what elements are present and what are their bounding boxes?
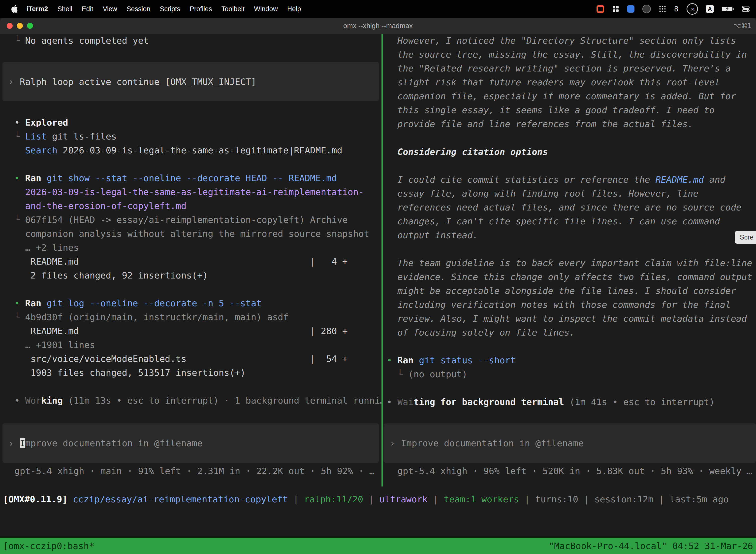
gauge-badge-value: .61 [687, 3, 698, 15]
menu-item-profiles[interactable]: Profiles [185, 5, 217, 13]
input-source-icon[interactable]: A [706, 5, 714, 13]
terminal-line [0, 282, 381, 296]
menu-item-session[interactable]: Session [122, 5, 155, 13]
menu-bar-status-icons: 8 .61 A [596, 3, 750, 15]
terminal-line [383, 242, 756, 256]
control-center-icon[interactable] [742, 6, 750, 12]
left-scrollback: • Explored└ List git ls-files Search 202… [0, 116, 381, 407]
terminal-line: including verification notes with those … [383, 298, 756, 312]
terminal-line: Considering citation options [383, 145, 756, 159]
window-title-bar: omx --xhigh --madmax ⌥⌘1 [0, 18, 756, 34]
terminal-line: provide file and line references from th… [383, 117, 756, 131]
terminal-line: • Ran git show --stat --oneline --decora… [0, 171, 381, 185]
terminal-line: [OMX#0.11.9] cczip/essay/ai-reimplementa… [0, 492, 756, 506]
left-pane: └ No agents completed yet › Ralph loop a… [0, 34, 381, 487]
terminal-line: However, I noticed the "Directory Struct… [383, 34, 756, 48]
terminal-line: this single essay, it seems like a good … [383, 103, 756, 117]
right-prompt-input[interactable]: › Improve documentation in @filename [384, 424, 756, 463]
menu-bar-left: iTerm2 Shell Edit View Session Scripts P… [11, 5, 306, 13]
terminal-line: README.md | 4 + [0, 255, 381, 269]
screen-recording-icon[interactable] [596, 5, 604, 13]
window-grid-icon[interactable] [612, 5, 619, 12]
input-prompt-chevron: › [8, 438, 14, 448]
menu-item-edit[interactable]: Edit [77, 5, 98, 13]
terminal-line: • Working (11m 13s • esc to interrupt) ·… [0, 394, 381, 407]
battery-icon[interactable] [722, 6, 734, 12]
screen-share-overlay[interactable]: Scre [735, 231, 756, 244]
dots-grid-icon[interactable] [659, 5, 666, 13]
gauge-badge-icon[interactable]: .61 [687, 3, 698, 15]
window-shortcut-badge: ⌥⌘1 [734, 22, 752, 30]
left-prompt-input[interactable]: › I mprove documentation in @filename [2, 424, 379, 463]
menu-item-window[interactable]: Window [249, 5, 282, 13]
terminal-line: and-the-erosion-of-copyleft.md [0, 199, 381, 213]
tmux-session-label: [omx-cczip0:bash* [3, 541, 94, 551]
eight-key-icon[interactable]: 8 [674, 5, 679, 13]
menu-item-shell[interactable]: Shell [53, 5, 77, 13]
terminal-line: 2 files changed, 92 insertions(+) [0, 269, 381, 282]
terminal-line: └ No agents completed yet [0, 34, 381, 48]
terminal-line: Search 2026-03-09-is-legal-the-same-as-l… [0, 144, 381, 157]
traffic-lights [0, 23, 33, 29]
window-title: omx --xhigh --madmax [0, 22, 756, 30]
terminal-line: … +1901 lines [0, 338, 381, 352]
zoom-button[interactable] [27, 23, 33, 29]
right-pane: However, I noticed the "Directory Struct… [383, 34, 756, 487]
terminal-line: companion file, especially if more comme… [383, 89, 756, 103]
inject-banner: › Ralph loop active continue [OMX_TMUX_I… [2, 62, 379, 101]
terminal-line: evidence. Since this change only affects… [383, 270, 756, 284]
left-model-status: gpt-5.4 xhigh · main · 91% left · 2.31M … [0, 464, 381, 478]
input-placeholder: Improve documentation in @filename [401, 438, 584, 448]
terminal-line: • Ran git status --short [383, 353, 756, 367]
terminal-line [0, 380, 381, 394]
input-prompt-chevron: › [390, 438, 395, 448]
left-scrollback-top: └ No agents completed yet [0, 34, 381, 48]
terminal-line: The team guideline is to back every impo… [383, 256, 756, 270]
terminal-line: changes, I can't cite specific file line… [383, 214, 756, 228]
close-button[interactable] [7, 23, 13, 29]
terminal-line: I could cite commit statistics or refere… [383, 173, 756, 187]
terminal-content: └ No agents completed yet › Ralph loop a… [0, 34, 756, 487]
screen: { "menubar": { "items": ["iTerm2","Shell… [0, 0, 756, 554]
terminal-line: essay file, along with finding root file… [383, 187, 756, 201]
minimize-button[interactable] [17, 23, 23, 29]
banner-text: Ralph loop active continue [OMX_TMUX_INJ… [20, 77, 256, 87]
terminal-line: output instead. [383, 228, 756, 242]
menu-item-view[interactable]: View [98, 5, 122, 13]
terminal-line: └ (no output) [383, 367, 756, 381]
omx-status-bar: [OMX#0.11.9] cczip/essay/ai-reimplementa… [0, 492, 756, 506]
terminal-line [0, 157, 381, 171]
terminal-line: README.md | 280 + [0, 324, 381, 338]
tmux-status-bar: [omx-cczip0:bash* "MacBook-Pro-44.local"… [0, 538, 756, 554]
terminal-line: • Waiting for background terminal (1m 41… [383, 395, 756, 409]
dark-app-icon[interactable] [642, 5, 651, 13]
terminal-line: companion analysis without altering the … [0, 227, 381, 241]
menu-item-iterm2[interactable]: iTerm2 [22, 5, 53, 13]
menu-item-help[interactable]: Help [282, 5, 306, 13]
terminal-line: the "Related research writing" section i… [383, 62, 756, 75]
terminal-line: • Explored [0, 116, 381, 129]
terminal-line: review. Also, I might want to inspect th… [383, 312, 756, 326]
menu-item-toolbelt[interactable]: Toolbelt [217, 5, 249, 13]
terminal-line: • Ran git log --oneline --decorate -n 5 … [0, 296, 381, 310]
apple-menu-icon[interactable] [11, 5, 18, 13]
terminal-line: └ 067f154 (HEAD -> essay/ai-reimplementa… [0, 213, 381, 227]
terminal-line: might be acceptable alongside the file l… [383, 284, 756, 298]
terminal-line [383, 340, 756, 353]
terminal-line: 1903 files changed, 513517 insertions(+) [0, 366, 381, 380]
blue-app-icon[interactable] [627, 5, 634, 13]
terminal-line: references need actual files, and since … [383, 201, 756, 214]
terminal-line: … +2 lines [0, 241, 381, 255]
terminal-line: the source tree, missing the essay. Stil… [383, 48, 756, 62]
right-model-status: gpt-5.4 xhigh · 96% left · 520K in · 5.8… [383, 464, 756, 478]
terminal-line [383, 131, 756, 145]
text-cursor: I [20, 438, 25, 448]
terminal-line: of focusing solely on file lines. [383, 326, 756, 340]
menu-item-scripts[interactable]: Scripts [155, 5, 185, 13]
menu-bar: iTerm2 Shell Edit View Session Scripts P… [0, 0, 756, 18]
terminal-line: └ List git ls-files [0, 129, 381, 144]
terminal-line [383, 381, 756, 395]
input-placeholder: mprove documentation in @filename [25, 438, 202, 448]
terminal-line: 2026-03-09-is-legal-the-same-as-legitima… [0, 185, 381, 199]
terminal-line: └ 4b9d30f (origin/main, instructkr/main,… [0, 310, 381, 324]
